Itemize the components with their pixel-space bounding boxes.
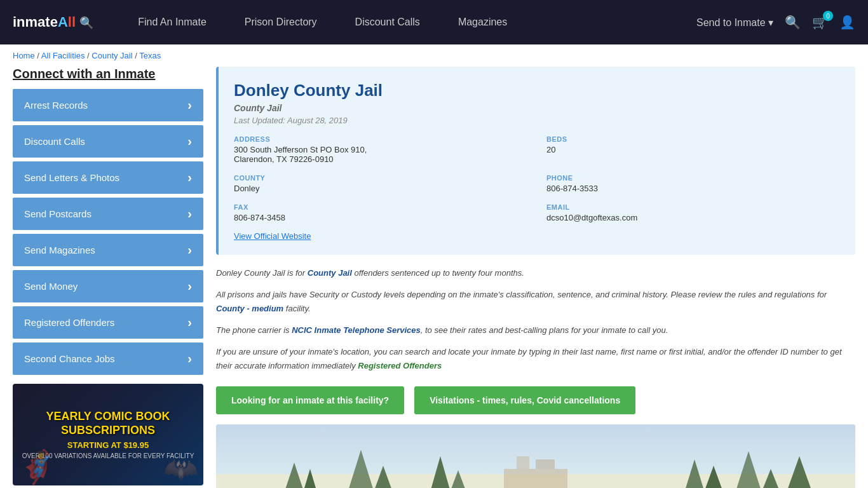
sidebar-arrow-arrest-records: › bbox=[187, 98, 192, 112]
sidebar-item-discount-calls-label: Discount Calls bbox=[24, 136, 85, 147]
ad-banner-price: STARTING AT $19.95 bbox=[67, 440, 149, 450]
visitations-button[interactable]: Visitations - times, rules, Covid cancel… bbox=[414, 386, 635, 414]
address-value: 300 South Jefferson St PO Box 910,Claren… bbox=[234, 145, 527, 164]
fax-value: 806-874-3458 bbox=[234, 213, 527, 222]
sidebar-arrow-send-money: › bbox=[187, 279, 192, 294]
address-block: ADDRESS 300 South Jefferson St PO Box 91… bbox=[234, 135, 527, 164]
svg-rect-13 bbox=[536, 459, 555, 469]
sidebar-item-send-money-label: Send Money bbox=[24, 281, 78, 292]
svg-marker-6 bbox=[682, 459, 707, 488]
county-value: Donley bbox=[234, 184, 527, 193]
sidebar-arrow-send-letters: › bbox=[187, 170, 192, 185]
send-to-inmate-button[interactable]: Send to Inmate ▾ bbox=[696, 17, 773, 29]
desc-link-registered-offenders[interactable]: Registered Offenders bbox=[358, 361, 442, 370]
sidebar-arrow-second-chance-jobs: › bbox=[187, 351, 192, 366]
sidebar-item-send-postcards[interactable]: Send Postcards › bbox=[13, 198, 203, 230]
breadcrumb-state[interactable]: Texas bbox=[139, 51, 161, 60]
desc-link-ncic[interactable]: NCIC Inmate Telephone Services bbox=[292, 325, 421, 335]
main-detail: Donley County Jail County Jail Last Upda… bbox=[216, 67, 855, 488]
sidebar-item-send-letters-label: Send Letters & Photos bbox=[24, 172, 119, 183]
desc-link-county-jail[interactable]: County Jail bbox=[308, 268, 352, 278]
navbar: inmateAll 🔍 Find An Inmate Prison Direct… bbox=[0, 0, 868, 44]
sidebar-item-arrest-records[interactable]: Arrest Records › bbox=[13, 89, 203, 121]
ad-banner[interactable]: 🦸 🦇 YEARLY COMIC BOOKSUBSCRIPTIONS START… bbox=[13, 384, 203, 485]
beds-value: 20 bbox=[546, 145, 840, 154]
ad-hero-left-icon: 🦸 bbox=[18, 449, 57, 485]
nav-discount-calls[interactable]: Discount Calls bbox=[336, 0, 439, 44]
sidebar-item-registered-offenders-label: Registered Offenders bbox=[24, 317, 114, 328]
content-wrapper: Connect with an Inmate Arrest Records › … bbox=[0, 67, 868, 488]
svg-marker-5 bbox=[447, 470, 470, 488]
sidebar: Connect with an Inmate Arrest Records › … bbox=[13, 67, 203, 488]
svg-rect-11 bbox=[504, 469, 567, 488]
fax-label: FAX bbox=[234, 203, 527, 211]
description: Donley County Jail is for County Jail of… bbox=[216, 266, 855, 374]
beds-label: BEDS bbox=[546, 135, 840, 143]
sidebar-item-send-magazines[interactable]: Send Magazines › bbox=[13, 234, 203, 266]
breadcrumb-all-facilities[interactable]: All Facilities bbox=[41, 51, 85, 60]
logo-text: inmateAll 🔍 bbox=[13, 14, 93, 30]
email-block: EMAIL dcso10@dtgoftexas.com bbox=[546, 203, 840, 222]
sidebar-item-send-postcards-label: Send Postcards bbox=[24, 208, 92, 219]
sidebar-item-send-letters[interactable]: Send Letters & Photos › bbox=[13, 161, 203, 194]
address-label: ADDRESS bbox=[234, 135, 527, 143]
nav-magazines[interactable]: Magazines bbox=[439, 0, 526, 44]
user-icon[interactable]: 👤 bbox=[839, 15, 855, 30]
breadcrumb: Home / All Facilities / County Jail / Te… bbox=[0, 44, 868, 67]
nav-prison-directory[interactable]: Prison Directory bbox=[226, 0, 336, 44]
svg-marker-2 bbox=[345, 450, 377, 488]
nav-right: Send to Inmate ▾ 🔍 🛒 0 👤 bbox=[696, 15, 855, 30]
svg-marker-0 bbox=[281, 463, 307, 488]
email-label: EMAIL bbox=[546, 203, 840, 211]
breadcrumb-county-jail[interactable]: County Jail bbox=[92, 51, 132, 60]
svg-marker-10 bbox=[783, 456, 815, 488]
beds-block: BEDS 20 bbox=[546, 135, 840, 164]
svg-marker-8 bbox=[733, 451, 764, 488]
nav-find-inmate[interactable]: Find An Inmate bbox=[119, 0, 226, 44]
cart-wrapper[interactable]: 🛒 0 bbox=[812, 15, 828, 30]
sidebar-arrow-send-magazines: › bbox=[187, 243, 192, 257]
email-value: dcso10@dtgoftexas.com bbox=[546, 213, 840, 222]
logo-highlight: All bbox=[58, 14, 76, 30]
desc-para1: Donley County Jail is for County Jail of… bbox=[216, 266, 855, 280]
desc-para4: If you are unsure of your inmate's locat… bbox=[216, 345, 855, 373]
search-icon[interactable]: 🔍 bbox=[785, 15, 801, 30]
svg-marker-4 bbox=[428, 456, 453, 488]
sidebar-item-second-chance-jobs-label: Second Chance Jobs bbox=[24, 353, 115, 364]
phone-label: PHONE bbox=[546, 174, 840, 182]
find-inmate-button[interactable]: Looking for an inmate at this facility? bbox=[216, 386, 404, 414]
facility-name: Donley County Jail bbox=[234, 81, 840, 100]
sidebar-arrow-discount-calls: › bbox=[187, 134, 192, 149]
desc-link-county-medium[interactable]: County - medium bbox=[216, 304, 283, 313]
sidebar-item-registered-offenders[interactable]: Registered Offenders › bbox=[13, 306, 203, 339]
phone-block: PHONE 806-874-3533 bbox=[546, 174, 840, 193]
desc-para3: The phone carrier is NCIC Inmate Telepho… bbox=[216, 323, 855, 337]
cart-badge: 0 bbox=[823, 11, 833, 21]
desc-para2: All prisons and jails have Security or C… bbox=[216, 288, 855, 316]
sidebar-item-send-money[interactable]: Send Money › bbox=[13, 270, 203, 302]
sidebar-item-send-magazines-label: Send Magazines bbox=[24, 245, 95, 255]
sidebar-item-arrest-records-label: Arrest Records bbox=[24, 100, 88, 111]
facility-image bbox=[216, 424, 855, 488]
facility-card: Donley County Jail County Jail Last Upda… bbox=[216, 67, 855, 255]
breadcrumb-home[interactable]: Home bbox=[13, 51, 35, 60]
svg-marker-3 bbox=[370, 466, 396, 488]
info-grid: ADDRESS 300 South Jefferson St PO Box 91… bbox=[234, 135, 840, 222]
sidebar-item-second-chance-jobs[interactable]: Second Chance Jobs › bbox=[13, 342, 203, 375]
bottom-buttons: Looking for an inmate at this facility? … bbox=[216, 386, 855, 414]
svg-marker-7 bbox=[701, 466, 726, 488]
svg-marker-1 bbox=[301, 469, 320, 488]
phone-value: 806-874-3533 bbox=[546, 184, 840, 193]
sidebar-arrow-registered-offenders: › bbox=[187, 315, 192, 330]
nav-links: Find An Inmate Prison Directory Discount… bbox=[119, 0, 696, 44]
svg-rect-12 bbox=[517, 456, 529, 469]
official-website-link[interactable]: View Official Website bbox=[234, 231, 311, 241]
ad-hero-right-icon: 🦇 bbox=[163, 452, 198, 485]
facility-type: County Jail bbox=[234, 103, 840, 113]
tree-scene-svg bbox=[216, 424, 855, 488]
county-label: COUNTY bbox=[234, 174, 527, 182]
svg-marker-9 bbox=[758, 469, 783, 488]
logo[interactable]: inmateAll 🔍 bbox=[13, 14, 93, 30]
sidebar-title: Connect with an Inmate bbox=[13, 67, 203, 81]
sidebar-item-discount-calls[interactable]: Discount Calls › bbox=[13, 125, 203, 158]
